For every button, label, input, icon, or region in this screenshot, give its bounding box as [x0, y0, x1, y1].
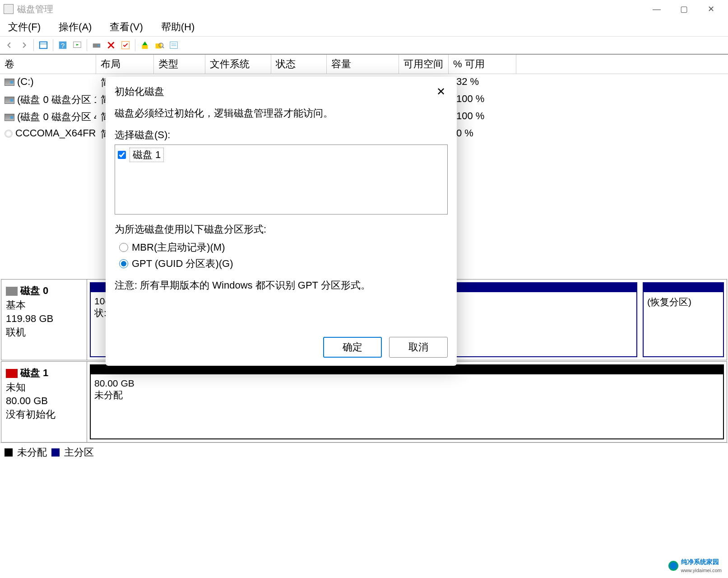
dialog-close-button[interactable]: ✕: [434, 85, 448, 98]
th-pct[interactable]: % 可用: [449, 55, 516, 74]
menu-file[interactable]: 文件(F): [4, 19, 45, 36]
check-icon[interactable]: [119, 39, 132, 51]
vol-name: CCCOMA_X64FR...: [15, 127, 96, 139]
properties-icon[interactable]: [37, 39, 50, 51]
svg-rect-0: [40, 42, 47, 49]
legend-swatch-unalloc: [5, 448, 13, 457]
mbr-label: MBR(主启动记录)(M): [132, 241, 225, 254]
forward-button[interactable]: [17, 39, 31, 51]
mbr-radio[interactable]: [119, 243, 128, 252]
dialog-title: 初始化磁盘: [115, 85, 164, 98]
cancel-button[interactable]: 取消: [389, 337, 448, 358]
watermark-logo-icon: [668, 561, 678, 571]
partition-recovery[interactable]: (恢复分区): [643, 282, 724, 357]
dialog-message: 磁盘必须经过初始化，逻辑磁盘管理器才能访问。: [115, 107, 448, 120]
close-button[interactable]: ✕: [697, 0, 724, 18]
svg-rect-7: [98, 45, 100, 47]
list-icon[interactable]: [167, 39, 181, 51]
window-title: 磁盘管理: [17, 3, 643, 15]
disk-checkbox[interactable]: [118, 151, 126, 159]
menu-view[interactable]: 查看(V): [105, 19, 147, 36]
svg-marker-10: [143, 42, 148, 45]
vol-name: (C:): [17, 76, 34, 87]
disk-info[interactable]: 磁盘 0 基本 119.98 GB 联机: [1, 280, 87, 360]
delete-icon[interactable]: [104, 39, 118, 51]
hdd-error-icon: [6, 369, 18, 378]
refresh-icon[interactable]: [70, 39, 84, 51]
initialize-disk-dialog: 初始化磁盘 ✕ 磁盘必须经过初始化，逻辑磁盘管理器才能访问。 选择磁盘(S): …: [106, 77, 457, 366]
svg-rect-14: [170, 42, 178, 49]
legend-swatch-primary: [51, 448, 60, 457]
disk-icon[interactable]: [90, 39, 103, 51]
svg-marker-5: [76, 44, 79, 46]
menu-help[interactable]: 帮助(H): [157, 19, 199, 36]
disk-select-list[interactable]: 磁盘 1: [115, 144, 448, 214]
watermark: 纯净系统家园 www.yidaimei.com: [666, 557, 724, 574]
ok-button[interactable]: 确定: [323, 337, 382, 358]
svg-rect-9: [142, 45, 148, 49]
th-free[interactable]: 可用空间: [399, 55, 449, 74]
hdd-icon: [6, 287, 18, 296]
th-type[interactable]: 类型: [154, 55, 205, 74]
th-capacity[interactable]: 容量: [327, 55, 399, 74]
gpt-label: GPT (GUID 分区表)(G): [132, 257, 233, 270]
minimize-button[interactable]: —: [643, 0, 670, 18]
disk-info[interactable]: 磁盘 1 未知 80.00 GB 没有初始化: [1, 362, 87, 442]
list-item[interactable]: 磁盘 1: [118, 148, 445, 162]
disk-panel-1: 磁盘 1 未知 80.00 GB 没有初始化 80.00 GB 未分配: [1, 361, 727, 443]
vol-name: (磁盘 0 磁盘分区 1): [17, 94, 96, 105]
menubar: 文件(F) 操作(A) 查看(V) 帮助(H): [0, 18, 728, 36]
partition-style-label: 为所选磁盘使用以下磁盘分区形式:: [115, 223, 448, 236]
table-header-row: 卷 布局 类型 文件系统 状态 容量 可用空间 % 可用: [0, 55, 728, 74]
svg-line-13: [162, 47, 164, 48]
help-icon[interactable]: ?: [56, 39, 70, 51]
window-titlebar: 磁盘管理 — ▢ ✕: [0, 0, 728, 18]
dialog-note: 注意: 所有早期版本的 Windows 都不识别 GPT 分区形式。: [115, 279, 448, 292]
vol-name: (磁盘 0 磁盘分区 4): [17, 111, 96, 122]
toolbar: ?: [0, 36, 728, 54]
up-icon[interactable]: [138, 39, 152, 51]
th-status[interactable]: 状态: [271, 55, 327, 74]
th-layout[interactable]: 布局: [96, 55, 154, 74]
disk-item-label: 磁盘 1: [130, 148, 164, 162]
svg-rect-11: [156, 43, 162, 48]
search-icon[interactable]: [153, 39, 166, 51]
maximize-button[interactable]: ▢: [670, 0, 697, 18]
back-button[interactable]: [3, 39, 16, 51]
th-filesystem[interactable]: 文件系统: [205, 55, 271, 74]
partition-unallocated[interactable]: 80.00 GB 未分配: [90, 364, 724, 439]
svg-text:?: ?: [61, 42, 65, 49]
app-icon: [4, 4, 14, 14]
menu-action[interactable]: 操作(A): [54, 19, 96, 36]
gpt-radio[interactable]: [119, 259, 128, 268]
select-disk-label: 选择磁盘(S):: [115, 128, 448, 142]
legend: 未分配 主分区: [0, 443, 728, 462]
th-volume[interactable]: 卷: [0, 55, 96, 74]
